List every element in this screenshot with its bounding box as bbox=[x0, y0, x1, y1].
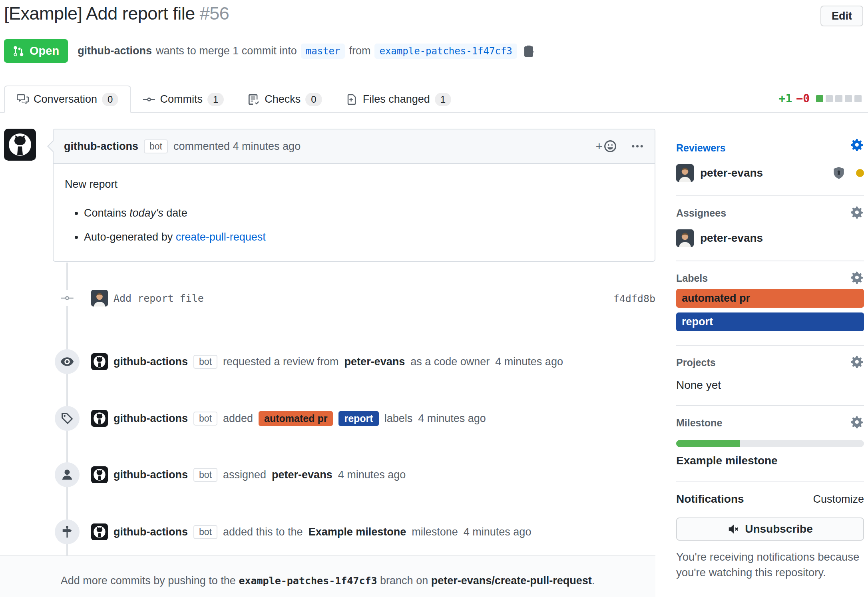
notifications-note: You're receiving notifications because y… bbox=[676, 549, 864, 580]
event-time[interactable]: 4 minutes ago bbox=[418, 412, 486, 425]
tab-checks-count: 0 bbox=[305, 93, 322, 106]
head-branch-chip[interactable]: example-patches-1f47cf3 bbox=[374, 44, 517, 59]
assignee-name[interactable]: peter-evans bbox=[272, 469, 332, 481]
milestone-title[interactable]: Milestone bbox=[676, 417, 864, 429]
reviewer-name[interactable]: peter-evans bbox=[700, 167, 763, 179]
milestone-name-inline[interactable]: Example milestone bbox=[309, 526, 406, 538]
comment-author[interactable]: github-actions bbox=[64, 140, 138, 153]
open-status-label: Open bbox=[30, 44, 59, 58]
commit-row[interactable]: Add report file bbox=[91, 286, 204, 310]
projects-empty-text: None yet bbox=[676, 379, 864, 392]
create-pull-request-link[interactable]: create-pull-request bbox=[176, 231, 266, 243]
reviewer-avatar[interactable] bbox=[676, 164, 694, 182]
pr-author[interactable]: github-actions bbox=[78, 45, 152, 57]
event-assigned: github-actions bot assigned peter-evans … bbox=[91, 462, 406, 487]
comment-card: github-actions bot commented 4 minutes a… bbox=[53, 129, 655, 262]
milestone-gear-icon[interactable] bbox=[850, 416, 863, 428]
diffstat: +1 −0 bbox=[779, 92, 862, 105]
footer-separator bbox=[0, 555, 655, 556]
projects-gear-icon[interactable] bbox=[850, 355, 863, 368]
from-text: from bbox=[349, 45, 370, 57]
tab-conversation-count: 0 bbox=[102, 93, 118, 106]
label-chip-report[interactable]: report bbox=[338, 411, 378, 426]
add-reaction-button[interactable]: + bbox=[595, 139, 617, 153]
base-branch-chip[interactable]: master bbox=[301, 44, 345, 59]
kebab-menu-icon[interactable] bbox=[631, 139, 644, 153]
milestone-name[interactable]: Example milestone bbox=[676, 454, 864, 467]
projects-title[interactable]: Projects bbox=[676, 357, 864, 368]
reviewer-status-icons bbox=[832, 166, 864, 180]
unsubscribe-button[interactable]: Unsubscribe bbox=[676, 517, 864, 541]
assignees-gear-icon[interactable] bbox=[850, 206, 863, 219]
tab-files-changed-label: Files changed bbox=[363, 93, 430, 105]
milestone-icon bbox=[55, 519, 80, 544]
copy-branch-icon[interactable] bbox=[523, 45, 536, 58]
reviewers-gear-icon[interactable] bbox=[850, 138, 863, 151]
reviewer-name[interactable]: peter-evans bbox=[344, 356, 405, 368]
edit-button[interactable]: Edit bbox=[820, 6, 863, 26]
event-actor[interactable]: github-actions bbox=[113, 469, 188, 481]
actor-avatar[interactable] bbox=[91, 466, 108, 483]
commit-icon bbox=[55, 290, 79, 306]
actor-avatar[interactable] bbox=[91, 410, 108, 427]
assignee-avatar[interactable] bbox=[676, 229, 694, 247]
footer-branch-name: example-patches-1f47cf3 bbox=[239, 575, 377, 587]
plus-icon: + bbox=[595, 139, 603, 153]
event-actor[interactable]: github-actions bbox=[113, 526, 188, 538]
diff-block-neutral bbox=[826, 95, 833, 102]
comment-caret bbox=[47, 140, 54, 153]
tab-conversation[interactable]: Conversation 0 bbox=[4, 86, 131, 113]
diff-block-added bbox=[816, 95, 823, 102]
sidebar-label-automated-pr[interactable]: automated pr bbox=[676, 289, 864, 308]
labels-gear-icon[interactable] bbox=[850, 271, 863, 284]
event-time[interactable]: 4 minutes ago bbox=[464, 526, 532, 538]
comment-body: New report Contains today's date Auto-ge… bbox=[54, 164, 655, 269]
labels-title[interactable]: Labels bbox=[676, 273, 864, 284]
bot-badge: bot bbox=[193, 525, 217, 539]
tab-commits[interactable]: Commits 1 bbox=[131, 86, 236, 113]
sidebar-label-report[interactable]: report bbox=[676, 312, 864, 331]
notifications-title: Notifications bbox=[676, 493, 744, 505]
actor-avatar[interactable] bbox=[91, 523, 108, 540]
tab-files-changed[interactable]: Files changed 1 bbox=[334, 86, 463, 113]
push-instructions: Add more commits by pushing to the examp… bbox=[0, 575, 655, 587]
commit-sha[interactable]: f4dfd8b bbox=[613, 293, 655, 304]
event-actor[interactable]: github-actions bbox=[113, 412, 188, 425]
sidebar: Reviewers peter-evans Assignees bbox=[676, 129, 864, 594]
comment-actions: + bbox=[595, 139, 644, 153]
tag-icon bbox=[55, 406, 80, 431]
event-labels-added: github-actions bot added automated pr re… bbox=[91, 406, 486, 431]
pr-tabs-bar: Conversation 0 Commits 1 Checks 0 bbox=[0, 86, 868, 113]
merge-text: wants to merge 1 commit into bbox=[156, 45, 297, 57]
italic-text: today's bbox=[129, 207, 163, 219]
pr-title-text: [Example] Add report file bbox=[4, 3, 195, 24]
event-actor[interactable]: github-actions bbox=[113, 356, 188, 368]
tab-checks[interactable]: Checks 0 bbox=[236, 86, 334, 113]
tab-conversation-label: Conversation bbox=[34, 93, 97, 105]
reviewers-title[interactable]: Reviewers bbox=[676, 142, 864, 154]
comment-list: Contains today's date Auto-generated by … bbox=[65, 207, 643, 244]
milestone-progress-fill bbox=[676, 440, 740, 447]
comment-bullet-1: Contains today's date bbox=[84, 207, 643, 220]
event-time[interactable]: 4 minutes ago bbox=[338, 469, 406, 481]
pr-tabs: Conversation 0 Commits 1 Checks 0 bbox=[4, 86, 463, 113]
event-time[interactable]: 4 minutes ago bbox=[495, 356, 563, 368]
mute-icon bbox=[727, 523, 739, 535]
customize-link[interactable]: Customize bbox=[813, 493, 864, 505]
assignee-name[interactable]: peter-evans bbox=[700, 232, 763, 245]
tab-commits-label: Commits bbox=[160, 93, 203, 105]
actor-avatar[interactable] bbox=[91, 353, 108, 370]
checks-icon bbox=[248, 94, 260, 105]
tab-files-changed-count: 1 bbox=[435, 93, 451, 106]
merge-sentence: github-actions wants to merge 1 commit i… bbox=[78, 44, 536, 59]
projects-section: Projects None yet bbox=[676, 346, 864, 406]
github-actions-avatar[interactable] bbox=[4, 129, 36, 161]
assignee-row: peter-evans bbox=[676, 229, 864, 247]
pr-meta-row: Open github-actions wants to merge 1 com… bbox=[4, 39, 536, 63]
assignees-title[interactable]: Assignees bbox=[676, 207, 864, 219]
commit-author-avatar[interactable] bbox=[91, 290, 108, 306]
comment-meta[interactable]: commented 4 minutes ago bbox=[173, 140, 301, 153]
label-chip-automated-pr[interactable]: automated pr bbox=[259, 411, 333, 426]
event-review-requested: github-actions bot requested a review fr… bbox=[91, 349, 563, 374]
commit-message[interactable]: Add report file bbox=[113, 293, 204, 304]
